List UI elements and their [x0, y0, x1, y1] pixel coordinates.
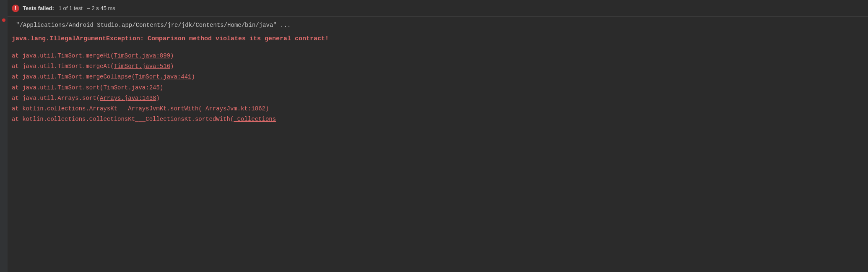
suffix-1: ): [170, 63, 174, 70]
stack-frame-5: at kotlin.collections.ArraysKt___ArraysJ…: [12, 104, 868, 114]
suffix-0: ): [170, 52, 174, 59]
error-circle-icon: [12, 5, 19, 12]
suffix-3: ): [160, 84, 163, 91]
link-0[interactable]: TimSort.java:899: [114, 52, 170, 59]
stack-frame-1: at java.util.TimSort.mergeAt(TimSort.jav…: [12, 61, 868, 72]
link-5[interactable]: _ArraysJvm.kt:1862: [202, 105, 265, 112]
test-result-header: Tests failed: 1 of 1 test – 2 s 45 ms: [0, 0, 868, 17]
link-6[interactable]: _Collections: [234, 116, 276, 123]
stack-frame-3: at java.util.TimSort.sort(TimSort.java:2…: [12, 83, 868, 93]
at-keyword-0: at: [12, 52, 22, 59]
method-5: kotlin.collections.ArraysKt___ArraysJvmK…: [22, 105, 202, 112]
at-keyword-6: at: [12, 116, 22, 123]
stack-frame-4: at java.util.Arrays.sort(Arrays.java:143…: [12, 93, 868, 104]
left-gutter: [0, 0, 8, 272]
method-4: java.util.Arrays.sort(: [22, 95, 100, 102]
gutter-error-mark: [2, 18, 5, 22]
at-keyword-5: at: [12, 105, 22, 112]
tests-failed-label: Tests failed:: [23, 5, 54, 11]
header-status-text: Tests failed: 1 of 1 test – 2 s 45 ms: [23, 5, 115, 11]
suffix-2: ): [191, 73, 195, 80]
link-2[interactable]: TimSort.java:441: [135, 73, 191, 80]
method-3: java.util.TimSort.sort(: [22, 84, 103, 91]
method-1: java.util.TimSort.mergeAt(: [22, 63, 114, 70]
at-keyword-1: at: [12, 63, 22, 70]
at-keyword-2: at: [12, 73, 22, 80]
link-4[interactable]: Arrays.java:1438: [100, 95, 156, 102]
at-keyword-3: at: [12, 84, 22, 91]
method-2: java.util.TimSort.mergeCollapse(: [22, 73, 135, 80]
method-6: kotlin.collections.CollectionsKt___Colle…: [22, 116, 234, 123]
java-path-line: "/Applications/Android Studio.app/Conten…: [12, 22, 868, 29]
output-content: "/Applications/Android Studio.app/Conten…: [0, 17, 868, 130]
link-1[interactable]: TimSort.java:516: [114, 63, 170, 70]
test-count: 1 of 1 test: [59, 5, 83, 11]
main-container: Tests failed: 1 of 1 test – 2 s 45 ms "/…: [0, 0, 868, 272]
method-0: java.util.TimSort.mergeHi(: [22, 52, 114, 59]
test-duration: – 2 s 45 ms: [87, 5, 115, 11]
stack-frame-2: at java.util.TimSort.mergeCollapse(TimSo…: [12, 72, 868, 82]
stack-frame-6: at kotlin.collections.CollectionsKt___Co…: [12, 114, 868, 125]
suffix-5: ): [265, 105, 269, 112]
stack-frame-0: at java.util.TimSort.mergeHi(TimSort.jav…: [12, 51, 868, 61]
exception-message: java.lang.IllegalArgumentException: Comp…: [12, 35, 868, 42]
at-keyword-4: at: [12, 95, 22, 102]
link-3[interactable]: TimSort.java:245: [103, 84, 159, 91]
stack-trace: at java.util.TimSort.mergeHi(TimSort.jav…: [12, 51, 868, 125]
suffix-4: ): [156, 95, 159, 102]
